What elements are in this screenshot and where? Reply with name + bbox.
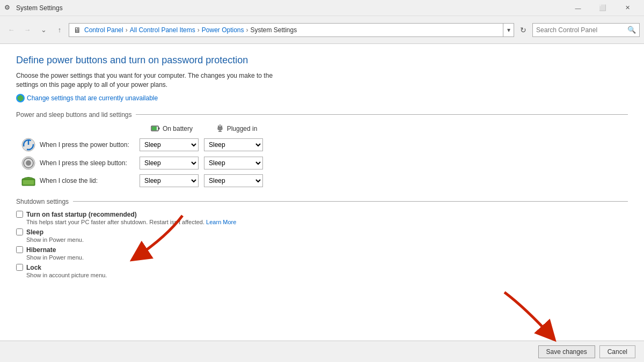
sleep-row: Sleep [16,228,628,236]
breadcrumb-item-1[interactable]: Control Panel [84,26,123,34]
back-button[interactable]: ← [4,23,18,37]
sleep-button-icon [21,156,35,170]
sleep-button-plugged-cell: Do nothing Sleep Hibernate Shut down [204,157,268,169]
lid-icon [21,175,35,187]
fast-startup-desc: This helps start your PC faster after sh… [26,219,628,225]
lid-plugged-cell: Do nothing Sleep Hibernate Shut down [204,174,268,187]
hibernate-item: Hibernate Show in Power menu. [16,246,628,261]
battery-icon [151,124,160,134]
lock-label[interactable]: Lock [26,264,41,271]
search-input[interactable] [536,26,627,34]
sleep-checkbox[interactable] [16,228,23,235]
hibernate-label[interactable]: Hibernate [26,246,56,254]
settings-link-text: Change settings that are currently unava… [27,94,158,102]
lid-battery-cell: Do nothing Sleep Hibernate Shut down [140,174,204,187]
sleep-button-row-label-text: When I press the sleep button: [40,159,127,167]
plug-icon [215,124,225,134]
power-sleep-section-header: Power and sleep buttons and lid settings [16,111,628,119]
search-icon: 🔍 [627,26,636,34]
sleep-item: Sleep Show in Power menu. [16,228,628,243]
learn-more-link[interactable]: Learn More [206,219,236,225]
breadcrumb-sep-1: › [126,26,128,34]
col-header-plugged: Plugged in [204,124,268,134]
col-plugged-label: Plugged in [227,125,258,132]
breadcrumb-sep-2: › [197,26,200,34]
sleep-button-label: When I press the sleep button: [21,156,140,170]
refresh-button[interactable]: ↻ [516,23,530,37]
save-changes-button[interactable]: Save changes [538,345,595,358]
minimize-button[interactable]: — [566,0,590,16]
window-title: System Settings [16,4,566,12]
lid-plugged-dropdown[interactable]: Do nothing Sleep Hibernate Shut down [204,174,263,187]
power-table: On battery Plugged in [21,124,279,187]
page-title: Define power buttons and turn on passwor… [16,55,628,66]
lock-item: Lock Show in account picture menu. [16,264,628,278]
power-button-plugged-dropdown[interactable]: Do nothing Sleep Hibernate Shut down [204,138,263,151]
forward-button[interactable]: → [20,23,34,37]
lock-checkbox[interactable] [16,264,23,271]
app-icon: ⚙ [4,4,13,12]
addressbar: ← → ⌄ ↑ 🖥 Control Panel › All Control Pa… [0,16,644,44]
power-button-icon [21,138,35,152]
hibernate-checkbox[interactable] [16,246,23,253]
svg-rect-1 [158,127,160,129]
breadcrumb-sep-3: › [246,26,248,34]
up-button[interactable]: ↑ [53,23,67,37]
power-button-row: When I press the power button: Do nothin… [21,138,279,152]
power-button-battery-dropdown[interactable]: Do nothing Sleep Hibernate Shut down [140,138,199,151]
fast-startup-label[interactable]: Turn on fast startup (recommended) [26,211,137,218]
lock-row: Lock [16,264,628,271]
sleep-button-row: When I press the sleep button: Do nothin… [21,156,279,170]
lock-desc: Show in account picture menu. [26,272,628,278]
power-button-row-label-text: When I press the power button: [40,141,129,149]
svg-rect-2 [152,127,157,130]
sleep-label[interactable]: Sleep [26,228,43,236]
col-battery-label: On battery [163,125,193,132]
maximize-button[interactable]: ⬜ [590,0,615,16]
titlebar: ⚙ System Settings — ⬜ ✕ [0,0,644,16]
lid-row: When I close the lid: Do nothing Sleep H… [21,174,279,187]
sleep-button-battery-cell: Do nothing Sleep Hibernate Shut down [140,157,204,169]
footer: Save changes Cancel [0,341,644,362]
breadcrumb: 🖥 Control Panel › All Control Panel Item… [69,23,503,37]
cancel-button[interactable]: Cancel [599,345,635,358]
content-area: Define power buttons and turn on passwor… [0,44,644,362]
svg-rect-4 [218,127,222,130]
breadcrumb-item-2[interactable]: All Control Panel Items [130,26,195,34]
svg-point-14 [26,160,31,166]
power-sleep-title: Power and sleep buttons and lid settings [16,111,131,119]
shutdown-section-header: Shutdown settings [16,198,628,205]
hibernate-row: Hibernate [16,246,628,254]
window-controls: — ⬜ ✕ [566,0,640,16]
fast-startup-row: Turn on fast startup (recommended) [16,211,628,218]
address-dropdown[interactable]: ▾ [503,23,514,37]
search-box: 🔍 [532,23,640,37]
fast-startup-item: Turn on fast startup (recommended) This … [16,211,628,225]
fast-startup-checkbox[interactable] [16,211,23,218]
power-button-label: When I press the power button: [21,138,140,152]
svg-rect-16 [23,180,34,184]
breadcrumb-current: System Settings [250,26,297,34]
main-content: Define power buttons and turn on passwor… [0,44,644,362]
col-header-battery: On battery [140,124,204,134]
hibernate-desc: Show in Power menu. [26,254,628,261]
lid-label: When I close the lid: [21,175,140,187]
shutdown-section-title: Shutdown settings [16,198,69,205]
breadcrumb-item-3[interactable]: Power Options [202,26,244,34]
power-button-battery-cell: Do nothing Sleep Hibernate Shut down [140,138,204,151]
power-table-header: On battery Plugged in [21,124,279,134]
power-button-plugged-cell: Do nothing Sleep Hibernate Shut down [204,138,268,151]
sleep-button-battery-dropdown[interactable]: Do nothing Sleep Hibernate Shut down [140,157,199,169]
sleep-button-plugged-dropdown[interactable]: Do nothing Sleep Hibernate Shut down [204,157,263,169]
close-button[interactable]: ✕ [615,0,640,16]
sleep-desc: Show in Power menu. [26,237,628,243]
settings-link-icon [16,94,25,102]
change-settings-link[interactable]: Change settings that are currently unava… [16,94,628,102]
shutdown-section: Shutdown settings Turn on fast startup (… [16,198,628,278]
recent-button[interactable]: ⌄ [36,23,50,37]
fast-startup-desc-text: This helps start your PC faster after sh… [26,219,204,225]
lid-row-label-text: When I close the lid: [40,177,98,184]
lid-battery-dropdown[interactable]: Do nothing Sleep Hibernate Shut down [140,174,199,187]
page-description: Choose the power settings that you want … [16,71,284,90]
